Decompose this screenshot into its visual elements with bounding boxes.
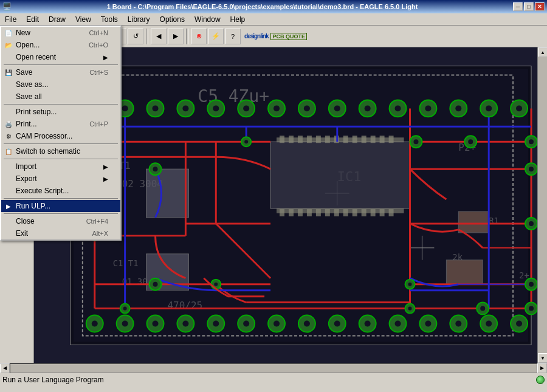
menu-item-new[interactable]: 📄 New Ctrl+N — [1, 27, 120, 39]
svg-point-120 — [274, 321, 280, 327]
menu-item-open-label: Open... — [16, 41, 40, 49]
tb-sep2 — [146, 29, 148, 44]
svg-rect-41 — [298, 209, 303, 216]
svg-point-148 — [413, 139, 418, 144]
menu-item-export[interactable]: Export ▶ — [1, 173, 120, 185]
menu-item-print-setup[interactable]: Print setup... — [1, 106, 120, 118]
svg-rect-47 — [353, 209, 357, 216]
menu-item-save-shortcut: Ctrl+S — [89, 69, 108, 76]
menu-item-open[interactable]: 📂 Open... Ctrl+O — [1, 39, 120, 51]
menu-item-exit-shortcut: Alt+X — [92, 230, 108, 237]
menu-bar: File Edit Draw View Tools Library Option… — [0, 13, 547, 26]
svg-point-132 — [455, 321, 461, 327]
svg-point-168 — [408, 307, 412, 311]
menu-item-open-recent[interactable]: Open recent ▶ — [1, 51, 120, 63]
open-icon: 📂 — [4, 40, 13, 50]
status-bar: Run a User Language Program — [0, 373, 547, 386]
svg-rect-35 — [362, 136, 366, 143]
file-dropdown-menu: 📄 New Ctrl+N 📂 Open... Ctrl+O Open recen… — [0, 26, 122, 241]
menu-edit[interactable]: Edit — [21, 13, 44, 25]
svg-rect-50 — [380, 209, 385, 216]
svg-point-136 — [516, 321, 522, 327]
svg-point-154 — [529, 167, 534, 171]
menu-item-close[interactable]: Close Ctrl+F4 — [1, 215, 120, 227]
print-setup-icon — [4, 107, 13, 117]
svg-point-158 — [529, 282, 534, 287]
close-menu-icon — [4, 216, 13, 226]
svg-point-114 — [182, 321, 188, 327]
tb-script[interactable]: ⚡ — [208, 29, 224, 44]
svg-point-126 — [365, 321, 371, 327]
menu-file[interactable]: File — [0, 13, 21, 25]
svg-point-80 — [122, 105, 128, 111]
svg-point-100 — [425, 105, 431, 111]
bottom-scrollbar: ◀ ▶ — [0, 363, 547, 373]
scroll-track-vertical[interactable] — [538, 57, 547, 353]
menu-item-close-label: Close — [16, 217, 35, 225]
menu-item-save-all[interactable]: Save all — [1, 91, 120, 103]
menu-item-print-setup-label: Print setup... — [16, 108, 57, 116]
menu-item-save-as-label: Save as... — [16, 80, 48, 89]
status-text: Run a User Language Program — [2, 376, 104, 384]
tb-help[interactable]: ? — [225, 29, 241, 44]
svg-rect-24 — [277, 137, 404, 142]
tb-sep3 — [186, 29, 188, 44]
svg-rect-48 — [362, 209, 366, 216]
svg-point-104 — [486, 105, 492, 111]
menu-library[interactable]: Library — [123, 13, 155, 25]
minimize-button[interactable]: ─ — [513, 2, 523, 11]
scroll-left-button[interactable]: ◀ — [0, 363, 10, 373]
menu-item-save[interactable]: 💾 Save Ctrl+S — [1, 66, 120, 78]
menu-draw[interactable]: Draw — [44, 13, 71, 25]
svg-point-146 — [244, 140, 248, 143]
print-icon: 🖨️ — [4, 119, 13, 129]
svg-rect-23 — [270, 142, 410, 208]
scroll-up-button[interactable]: ▲ — [538, 47, 547, 57]
menu-window[interactable]: Window — [190, 13, 225, 25]
svg-point-90 — [274, 105, 280, 111]
menu-help[interactable]: Help — [225, 13, 250, 25]
new-icon: 📄 — [4, 28, 13, 38]
open-recent-icon — [4, 52, 13, 62]
svg-rect-26 — [280, 136, 284, 143]
svg-rect-19 — [146, 169, 189, 218]
menu-view[interactable]: View — [71, 13, 96, 25]
export-arrow: ▶ — [103, 176, 108, 182]
status-led — [536, 376, 545, 384]
execute-script-icon — [4, 186, 13, 196]
import-arrow: ▶ — [103, 163, 108, 170]
svg-point-150 — [468, 139, 473, 144]
menu-item-print[interactable]: 🖨️ Print... Ctrl+P — [1, 118, 120, 130]
cam-icon: ⚙ — [4, 131, 13, 141]
open-recent-arrow: ▶ — [103, 54, 108, 61]
tb-zoom-reset[interactable]: ↺ — [128, 29, 143, 44]
scroll-down-button[interactable]: ▼ — [538, 353, 547, 363]
menu-item-cam[interactable]: ⚙ CAM Processor... — [1, 130, 120, 142]
scroll-track-horizontal[interactable] — [10, 363, 537, 373]
menu-item-switch-schematic[interactable]: 📋 Switch to schematic — [1, 145, 120, 157]
close-button[interactable]: ✕ — [535, 2, 545, 11]
menu-options[interactable]: Options — [155, 13, 190, 25]
tb-stop[interactable]: ⊗ — [191, 29, 207, 44]
menu-item-exit[interactable]: Exit Alt+X — [1, 227, 120, 239]
svg-rect-22 — [458, 211, 489, 233]
menu-item-run-ulp[interactable]: ▶ Run ULP... — [1, 200, 120, 212]
menu-item-new-label: New — [16, 29, 30, 37]
menu-tools[interactable]: Tools — [96, 13, 123, 25]
svg-rect-45 — [334, 209, 339, 216]
dd-sep1 — [4, 64, 118, 65]
save-all-icon — [4, 92, 13, 101]
menu-item-save-as[interactable]: Save as... — [1, 78, 120, 91]
svg-point-112 — [153, 321, 159, 327]
maximize-button[interactable]: □ — [524, 2, 534, 11]
tb-redo[interactable]: ▶ — [168, 29, 184, 44]
title-bar-controls: ─ □ ✕ — [513, 2, 545, 11]
scroll-right-button[interactable]: ▶ — [537, 363, 547, 373]
menu-item-import[interactable]: Import ▶ — [1, 160, 120, 173]
tb-undo[interactable]: ◀ — [151, 29, 167, 44]
save-icon: 💾 — [4, 67, 13, 77]
svg-rect-37 — [380, 136, 385, 143]
menu-item-execute-script[interactable]: Execute Script... — [1, 185, 120, 197]
svg-rect-25 — [277, 208, 404, 213]
svg-point-98 — [395, 105, 401, 111]
